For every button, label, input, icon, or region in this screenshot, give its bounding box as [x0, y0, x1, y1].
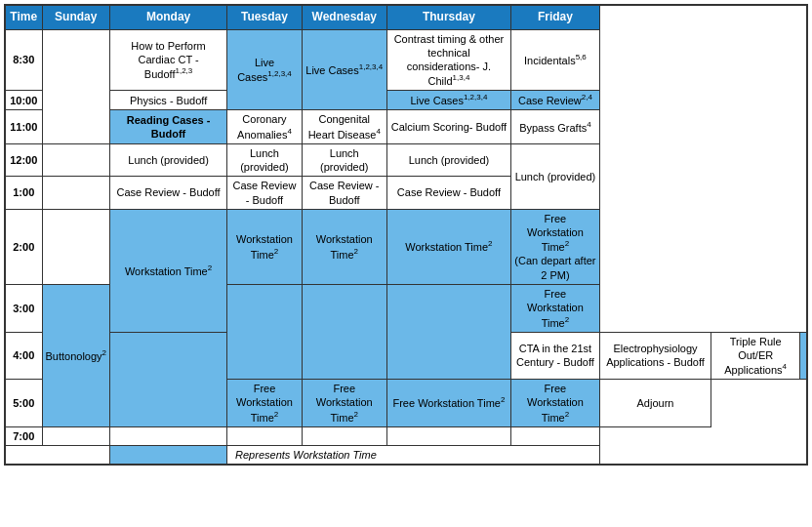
header-thursday: Thursday: [386, 5, 511, 29]
thursday-4-00: Triple Rule Out/ER Applications4: [711, 332, 800, 380]
header-time: Time: [5, 5, 42, 29]
header-wednesday: Wednesday: [302, 5, 386, 29]
monday-10-00: Physics - Budoff: [110, 91, 227, 110]
monday-5-00: Free Workstation Time2: [227, 380, 303, 427]
wednesday-1-00: Case Review - Budoff: [302, 177, 386, 210]
wednesday-12-00: Lunch (provided): [302, 143, 386, 177]
time-2-00: 2:00: [5, 209, 42, 284]
tuesday-1-00: Case Review - Budoff: [227, 177, 303, 210]
monday-1-00: Case Review - Budoff: [110, 177, 227, 210]
legend-row: Represents Workstation Time: [5, 445, 807, 465]
time-5-00: 5:00: [5, 380, 42, 427]
legend-empty: [5, 445, 110, 465]
tuesday-8-30: Live Cases1,2,3,4: [227, 29, 303, 110]
friday-2-00: Free Workstation Time2(Can depart after …: [511, 209, 599, 284]
monday-2-00: Workstation Time2: [110, 209, 227, 332]
legend-color-box: [110, 445, 227, 465]
thursday-5-00: Free Workstation Time2: [511, 380, 599, 427]
friday-3-00: Free Workstation Time2: [511, 284, 599, 332]
friday-4-00b: [799, 332, 807, 380]
thursday-7-00: [386, 426, 511, 445]
friday-8-30: Incidentals5,6: [511, 29, 599, 91]
thursday-3-00: [386, 284, 511, 379]
thursday-8-30: Contrast timing & other technical consid…: [386, 29, 511, 91]
monday-12-00: Lunch (provided): [110, 143, 227, 177]
time-1-00: 1:00: [5, 177, 42, 210]
row-8-30: 8:30 How to Perform Cardiac CT - Budoff1…: [5, 29, 807, 91]
wednesday-2-00: Workstation Time2: [302, 209, 386, 284]
friday-11-00: Bypass Grafts4: [511, 110, 599, 143]
friday-5-00: Adjourn: [599, 380, 711, 427]
friday-12-00: Lunch (provided): [511, 143, 599, 209]
sunday-2-00: [42, 209, 110, 284]
time-7-00: 7:00: [5, 426, 42, 445]
header-monday: Monday: [110, 5, 227, 29]
thursday-11-00: Calcium Scoring- Budoff: [386, 110, 511, 143]
wednesday-4-00: Electrophysiology Applications - Budoff: [599, 332, 711, 380]
header-tuesday: Tuesday: [227, 5, 303, 29]
monday-11-00: Reading Cases - Budoff: [110, 110, 227, 143]
row-7-00: 7:00: [5, 426, 807, 445]
thursday-12-00: Lunch (provided): [386, 143, 511, 177]
tuesday-11-00: Coronary Anomalies4: [227, 110, 303, 143]
tuesday-3-00: [227, 284, 303, 379]
schedule-container: Time Sunday Monday Tuesday Wednesday Thu…: [0, 0, 812, 469]
sunday-12-00: [42, 143, 110, 177]
tuesday-4-00: CTA in the 21st Century - Budoff: [511, 332, 599, 380]
sunday-7-00: [42, 426, 110, 445]
friday-7-00: [511, 426, 599, 445]
wednesday-11-00: Congenital Heart Disease4: [302, 110, 386, 143]
monday-7-00: [110, 426, 227, 445]
wednesday-7-00: [302, 426, 386, 445]
row-12-00: 12:00 Lunch (provided) Lunch (provided) …: [5, 143, 807, 177]
tuesday-7-00: [227, 426, 303, 445]
sunday-3-00: Buttonology2: [42, 284, 110, 426]
monday-8-30: How to Perform Cardiac CT - Budoff1,2,3: [110, 29, 227, 91]
wednesday-8-30: Live Cases1,2,3,4: [302, 29, 386, 110]
row-10-00: 10:00 Physics - Budoff Live Cases1,2,3,4…: [5, 91, 807, 110]
tuesday-5-00: Free Workstation Time2: [302, 380, 386, 427]
thursday-2-00: Workstation Time2: [386, 209, 511, 284]
row-11-00: 11:00 Reading Cases - Budoff Coronary An…: [5, 110, 807, 143]
time-11-00: 11:00: [5, 110, 42, 143]
friday-10-00: Case Review2,4: [511, 91, 599, 110]
header-friday: Friday: [511, 5, 599, 29]
tuesday-2-00: Workstation Time2: [227, 209, 303, 284]
wednesday-3-00: [302, 284, 386, 379]
tuesday-12-00: Lunch (provided): [227, 143, 303, 177]
time-4-00: 4:00: [5, 332, 42, 380]
time-10-00: 10:00: [5, 91, 42, 110]
time-3-00: 3:00: [5, 284, 42, 332]
time-8-30: 8:30: [5, 29, 42, 91]
sunday-1-00: [42, 177, 110, 210]
row-1-00: 1:00 Case Review - Budoff Case Review - …: [5, 177, 807, 210]
sunday-8-30: [42, 29, 110, 143]
time-12-00: 12:00: [5, 143, 42, 177]
header-sunday: Sunday: [42, 5, 110, 29]
wednesday-5-00: Free Workstation Time2: [386, 380, 511, 427]
monday-4-00: [110, 332, 227, 426]
legend-text: Represents Workstation Time: [227, 445, 600, 465]
thursday-1-00: Case Review - Budoff: [386, 177, 511, 210]
thursday-10-00: Live Cases1,2,3,4: [386, 91, 511, 110]
schedule-table: Time Sunday Monday Tuesday Wednesday Thu…: [4, 4, 808, 466]
row-2-00: 2:00 Workstation Time2 Workstation Time2…: [5, 209, 807, 284]
